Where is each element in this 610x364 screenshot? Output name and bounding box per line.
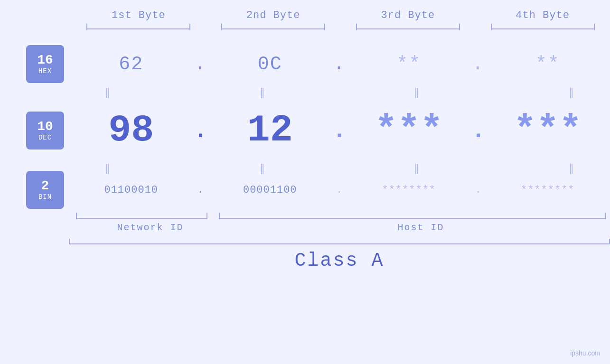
dec-dot2: . xyxy=(332,117,347,144)
equals-5: ∥ xyxy=(69,162,146,175)
bin-dot3: . xyxy=(471,184,486,196)
bin-base-label: BIN xyxy=(38,193,52,201)
dec-base-label: DEC xyxy=(38,134,52,141)
eq-row-1: ∥ ∥ ∥ ∥ xyxy=(7,85,610,100)
hex-row: 16 HEX 62 . 0C . ** . ** xyxy=(7,43,610,85)
bin-dot2: . xyxy=(332,184,347,196)
bracket-byte2 xyxy=(208,24,338,33)
top-brackets xyxy=(0,24,610,33)
byte1-header: 1st Byte xyxy=(71,9,206,21)
hex-dot1: . xyxy=(194,54,208,75)
host-id-label: Host ID xyxy=(232,222,610,233)
hex-byte2: 0C xyxy=(208,54,333,75)
hex-badge: 16 HEX xyxy=(26,45,64,83)
byte-headers: 1st Byte 2nd Byte 3rd Byte 4th Byte xyxy=(0,0,610,21)
equals-4: ∥ xyxy=(533,86,610,99)
hex-base-number: 16 xyxy=(37,53,53,68)
equals-6: ∥ xyxy=(224,162,301,175)
brackets-area xyxy=(69,210,610,219)
class-label-row: Class A xyxy=(7,250,610,271)
main-container: 1st Byte 2nd Byte 3rd Byte 4th Byte 16 H… xyxy=(0,0,610,364)
watermark: ipshu.com xyxy=(570,349,601,357)
hex-dot3: . xyxy=(471,54,486,75)
hex-byte4: ** xyxy=(486,54,610,75)
bracket-byte1 xyxy=(74,24,204,33)
byte4-header: 4th Byte xyxy=(475,9,610,21)
dec-byte4: *** xyxy=(486,112,610,149)
dec-byte2: 12 xyxy=(208,112,333,149)
eq-row-2: ∥ ∥ ∥ ∥ xyxy=(7,161,610,176)
dec-values: 98 . 12 . *** . *** xyxy=(69,112,610,149)
byte3-header: 3rd Byte xyxy=(341,9,476,21)
equals-8: ∥ xyxy=(533,162,610,175)
class-label: Class A xyxy=(294,250,384,271)
network-bracket xyxy=(69,210,215,219)
bin-values: 01100010 . 00001100 . ******** . *******… xyxy=(69,184,610,196)
bottom-bracket-row xyxy=(7,239,610,247)
bin-byte3: ******** xyxy=(347,184,471,196)
equals-2: ∥ xyxy=(224,86,301,99)
hex-byte1: 62 xyxy=(69,54,194,75)
bracket-byte4 xyxy=(478,24,608,33)
dec-dot1: . xyxy=(194,117,208,144)
network-id-label: Network ID xyxy=(69,222,232,233)
bin-base-number: 2 xyxy=(41,179,49,194)
bin-dot1: . xyxy=(194,184,208,196)
network-host-row xyxy=(7,210,610,219)
bracket-byte3 xyxy=(343,24,473,33)
dec-row: 10 DEC 98 . 12 . *** . *** xyxy=(7,100,610,161)
hex-dot2: . xyxy=(332,54,347,75)
byte2-header: 2nd Byte xyxy=(206,9,341,21)
dec-byte3: *** xyxy=(347,112,471,149)
bin-byte4: ******** xyxy=(486,184,610,196)
id-labels-row: Network ID Host ID xyxy=(7,222,610,233)
bin-byte2: 00001100 xyxy=(208,184,333,196)
hex-values: 62 . 0C . ** . ** xyxy=(69,54,610,75)
hex-base-label: HEX xyxy=(38,67,52,75)
bin-row: 2 BIN 01100010 . 00001100 . ******** . *… xyxy=(7,176,610,204)
host-bracket xyxy=(215,210,610,219)
bottom-bracket xyxy=(69,239,610,247)
hex-byte3: ** xyxy=(347,54,471,75)
dec-base-number: 10 xyxy=(37,120,53,134)
equals-3: ∥ xyxy=(378,86,455,99)
equals-1: ∥ xyxy=(69,86,146,99)
bin-badge: 2 BIN xyxy=(26,171,64,209)
dec-byte1: 98 xyxy=(69,112,194,149)
bin-byte1: 01100010 xyxy=(69,184,194,196)
dec-badge: 10 DEC xyxy=(26,112,64,149)
dec-dot3: . xyxy=(471,117,486,144)
equals-7: ∥ xyxy=(378,162,455,175)
